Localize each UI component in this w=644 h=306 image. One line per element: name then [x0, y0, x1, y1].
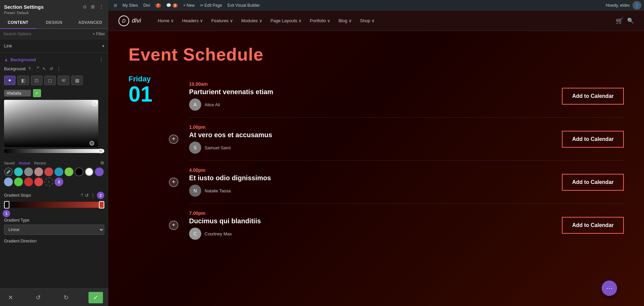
nav-headers[interactable]: Headers ∨	[179, 18, 207, 23]
gradient-stops-more[interactable]: ⋮	[91, 193, 95, 198]
redo-btn[interactable]: ↻	[61, 293, 71, 303]
event-add-btn-4[interactable]: +	[169, 221, 178, 230]
gradient-stop-right[interactable]	[99, 201, 104, 208]
swatch-blue[interactable]	[55, 167, 63, 176]
link-section-row[interactable]: Link ▾	[0, 39, 108, 53]
add-to-calendar-btn-3[interactable]: Add to Calendar	[562, 174, 624, 191]
color-hex-input[interactable]	[4, 90, 31, 97]
confirm-btn[interactable]: ✓	[88, 292, 103, 303]
swatch-settings-icon[interactable]: ⚙	[100, 160, 104, 165]
gradient-handle-top[interactable]	[92, 101, 97, 106]
gradient-stop-left[interactable]: 1	[4, 201, 9, 208]
swatch-teal[interactable]	[14, 167, 23, 176]
speaker-avatar-2: S	[189, 142, 201, 154]
bg-type-image[interactable]: ⊡	[31, 76, 42, 85]
swatch-dark-red[interactable]	[34, 178, 43, 186]
search-icon[interactable]: 🔍	[627, 17, 634, 24]
swatch-orange-red[interactable]	[24, 178, 33, 186]
add-to-calendar-btn-4[interactable]: Add to Calendar	[562, 217, 624, 234]
admin-bar-howdy[interactable]: Howdy, etdev	[603, 0, 633, 11]
swatch-tab-saved[interactable]: Saved	[4, 161, 14, 165]
nav-modules[interactable]: Modules ∨	[238, 18, 266, 23]
panel-content: Link ▾ ▲ Background ⋮ Background ? 📱 ↖ ↺…	[0, 39, 108, 306]
layout-icon-btn[interactable]: ⊞	[90, 3, 96, 10]
hue-thumb[interactable]	[98, 149, 103, 153]
nav-home[interactable]: Home ∨	[154, 18, 177, 23]
mobile-icon[interactable]: 📱	[35, 66, 41, 72]
bg-type-mask[interactable]: ▦	[71, 76, 83, 85]
settings-icon-btn[interactable]: ⊙	[82, 3, 87, 10]
gradient-type-select[interactable]: Linear Radial	[4, 225, 104, 235]
add-to-calendar-btn-2[interactable]: Add to Calendar	[562, 131, 624, 148]
cart-icon[interactable]: 🛒	[616, 17, 623, 25]
hue-slider[interactable]	[4, 149, 104, 153]
admin-bar-exit-builder[interactable]: Exit Visual Builder	[225, 0, 263, 11]
swatch-lime[interactable]	[14, 178, 23, 186]
bg-more-icon[interactable]: ⋮	[57, 66, 62, 72]
admin-bar-avatar[interactable]: 👤	[633, 1, 641, 10]
day-label: Friday 01	[129, 75, 176, 246]
admin-bar-edit-page[interactable]: ✏ Edit Page	[198, 0, 225, 11]
event-add-btn-2[interactable]: +	[169, 135, 178, 144]
bg-type-video[interactable]: ◻	[44, 76, 56, 85]
swatch-gray[interactable]	[24, 167, 33, 176]
color-gradient-canvas[interactable]	[4, 100, 98, 147]
nav-blog[interactable]: Blog ∨	[335, 18, 355, 23]
bg-type-color[interactable]: ✦	[4, 76, 15, 85]
swatch-rose[interactable]	[34, 167, 43, 176]
bg-type-gradient[interactable]: ◧	[17, 76, 29, 85]
gradient-stops-label: Gradient Stops	[4, 193, 31, 198]
swatch-white[interactable]	[85, 167, 94, 176]
event-details-1: 10.00am Parturient venenatis etiam A Ali…	[189, 81, 562, 111]
bg-type-pattern[interactable]: ✉	[58, 76, 69, 85]
tab-design[interactable]: Design	[36, 17, 72, 28]
filter-button[interactable]: + Filter	[93, 32, 105, 36]
more-icon-btn[interactable]: ⋮	[98, 3, 104, 10]
cursor-icon[interactable]: ↖	[42, 66, 48, 72]
nav-features[interactable]: Features ∨	[208, 18, 237, 23]
gradient-handle-bottom[interactable]	[90, 141, 94, 146]
admin-bar-updates[interactable]: 7	[153, 0, 164, 11]
background-more-btn[interactable]: ⋮	[98, 56, 104, 63]
nav-portfolio[interactable]: Portfolio ∨	[307, 18, 334, 23]
admin-bar-comments[interactable]: 💬 0	[164, 0, 181, 11]
undo-btn[interactable]: ↺	[33, 293, 43, 303]
gradient-bar[interactable]: 1	[4, 202, 104, 208]
swatch-light-blue[interactable]	[4, 178, 13, 186]
site-logo[interactable]: D divi	[118, 15, 141, 26]
swatch-red[interactable]	[44, 167, 53, 176]
search-bar: + Filter	[0, 29, 108, 39]
gradient-direction-label: Gradient Direction	[4, 239, 104, 243]
gradient-stops-help[interactable]: ?	[81, 193, 83, 198]
floating-menu-btn[interactable]: ⋯	[602, 280, 617, 296]
swatch-purple[interactable]	[95, 167, 104, 176]
background-chevron-up[interactable]: ▲	[4, 57, 8, 62]
admin-bar-divi[interactable]: Divi	[141, 0, 153, 11]
swatch-tab-recent[interactable]: Recent	[34, 161, 46, 165]
swatch-eyedropper[interactable]: 💉	[4, 167, 13, 176]
discard-btn[interactable]: ✕	[5, 293, 16, 303]
admin-bar-new[interactable]: + New	[180, 0, 197, 11]
admin-bar-wp-logo[interactable]: ⊞	[111, 0, 120, 11]
swatch-black[interactable]	[75, 167, 83, 176]
nav-shop[interactable]: Shop ∨	[357, 18, 378, 23]
swatch-tab-global[interactable]: Global	[19, 161, 30, 165]
admin-bar-my-sites[interactable]: My Sites	[120, 0, 141, 11]
right-panel: ⊞ My Sites Divi 7 💬 0 + New ✏ Edit Page …	[108, 0, 644, 306]
event-add-btn-3[interactable]: +	[169, 178, 178, 187]
gradient-badge-2[interactable]: 2	[97, 192, 104, 199]
help-icon[interactable]: ?	[28, 66, 34, 72]
tab-advanced[interactable]: Advanced	[72, 17, 108, 28]
event-item-4: + 7.00pm Ducimus qui blanditiis C Courtn…	[189, 203, 624, 246]
swatch-add-btn[interactable]: +	[44, 178, 53, 186]
event-title-1: Parturient venenatis etiam	[189, 88, 562, 96]
search-input[interactable]	[3, 32, 93, 36]
color-confirm-btn[interactable]: ✓	[33, 89, 41, 97]
event-time-1: 10.00am	[189, 81, 562, 87]
swatch-green[interactable]	[65, 167, 73, 176]
reset-icon[interactable]: ↺	[49, 66, 55, 72]
nav-page-layouts[interactable]: Page Layouts ∨	[267, 18, 305, 23]
gradient-stops-reset[interactable]: ↺	[85, 193, 89, 198]
add-to-calendar-btn-1[interactable]: Add to Calendar	[562, 88, 624, 105]
tab-content[interactable]: Content	[0, 17, 36, 29]
